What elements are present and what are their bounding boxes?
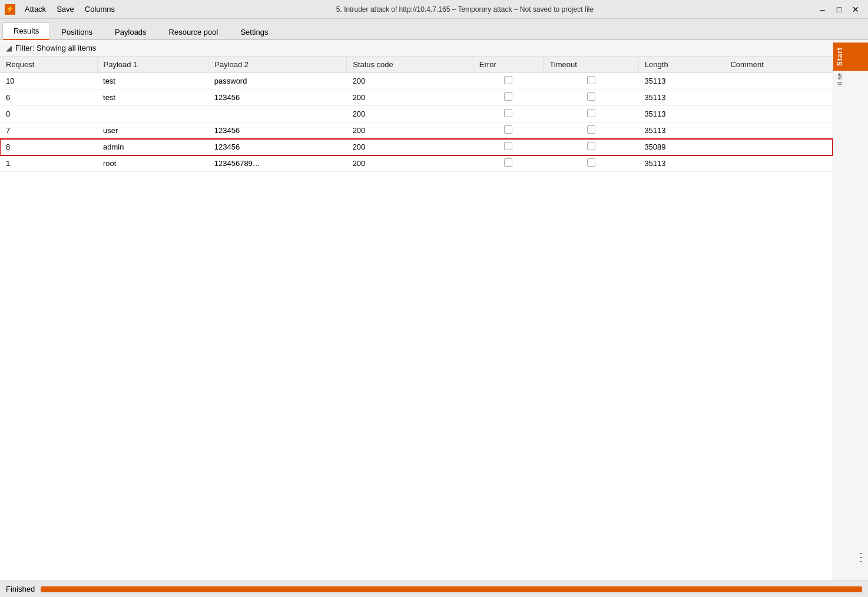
cell-payload2: 123456 bbox=[208, 139, 347, 155]
cell-length: 35113 bbox=[638, 106, 724, 122]
checkbox-icon[interactable] bbox=[587, 76, 595, 84]
menu-save[interactable]: Save bbox=[52, 4, 79, 15]
checkbox-icon[interactable] bbox=[587, 92, 595, 101]
cell-timeout[interactable] bbox=[544, 155, 639, 172]
cell-length: 35089 bbox=[638, 139, 724, 155]
checkbox-icon[interactable] bbox=[504, 125, 512, 134]
cell-length: 35113 bbox=[638, 73, 724, 89]
cell-length: 35113 bbox=[638, 155, 724, 172]
cell-timeout[interactable] bbox=[544, 73, 639, 89]
table-row[interactable]: 7user12345620035113 bbox=[0, 122, 833, 139]
cell-error[interactable] bbox=[473, 139, 543, 155]
cell-payload1: admin bbox=[97, 139, 208, 155]
table-row[interactable]: 6test12345620035113 bbox=[0, 89, 833, 106]
checkbox-icon[interactable] bbox=[504, 92, 512, 101]
menu-attack[interactable]: Attack bbox=[20, 4, 51, 15]
filter-icon: ◢ bbox=[6, 44, 12, 52]
progress-bar-fill bbox=[41, 586, 862, 592]
checkbox-icon[interactable] bbox=[587, 109, 595, 117]
window-title: 5. Intruder attack of http://10.4.7.165 … bbox=[120, 5, 810, 14]
checkbox-icon[interactable] bbox=[587, 125, 595, 134]
cell-comment bbox=[724, 73, 833, 89]
table-row[interactable]: 1root123456789…20035113 bbox=[0, 155, 833, 172]
cell-payload1: test bbox=[97, 89, 208, 106]
results-panel: ◢ Filter: Showing all items Request Payl… bbox=[0, 40, 833, 581]
cell-comment bbox=[724, 155, 833, 172]
cell-timeout[interactable] bbox=[544, 139, 639, 155]
results-table-wrapper[interactable]: Request Payload 1 Payload 2 Status code … bbox=[0, 57, 833, 581]
tab-settings[interactable]: Settings bbox=[229, 24, 279, 40]
maximize-button[interactable]: □ bbox=[831, 3, 847, 16]
filter-bar[interactable]: ◢ Filter: Showing all items bbox=[0, 40, 833, 57]
title-bar: ⚡ Attack Save Columns 5. Intruder attack… bbox=[0, 0, 868, 19]
progress-bar bbox=[41, 586, 862, 592]
checkbox-icon[interactable] bbox=[504, 76, 512, 84]
cell-payload1: root bbox=[97, 155, 208, 172]
cell-error[interactable] bbox=[473, 106, 543, 122]
checkbox-icon[interactable] bbox=[504, 142, 512, 150]
col-status-code: Status code bbox=[347, 57, 473, 73]
col-request: Request bbox=[0, 57, 97, 73]
results-table: Request Payload 1 Payload 2 Status code … bbox=[0, 57, 833, 172]
cell-length: 35113 bbox=[638, 89, 724, 106]
cell-status: 200 bbox=[347, 139, 473, 155]
col-length: Length bbox=[638, 57, 724, 73]
cell-comment bbox=[724, 89, 833, 106]
cell-payload2: 123456 bbox=[208, 122, 347, 139]
cell-timeout[interactable] bbox=[544, 106, 639, 122]
cell-comment bbox=[724, 122, 833, 139]
menu-columns[interactable]: Columns bbox=[80, 4, 120, 15]
checkbox-icon[interactable] bbox=[587, 142, 595, 150]
tab-payloads[interactable]: Payloads bbox=[104, 24, 157, 40]
col-timeout: Timeout bbox=[544, 57, 639, 73]
more-options-button[interactable]: ⋮ bbox=[855, 551, 866, 563]
cell-status: 200 bbox=[347, 122, 473, 139]
minimize-button[interactable]: – bbox=[815, 3, 830, 16]
cell-timeout[interactable] bbox=[544, 89, 639, 106]
cell-request: 8 bbox=[0, 139, 97, 155]
cell-error[interactable] bbox=[473, 89, 543, 106]
app-icon: ⚡ bbox=[5, 4, 15, 15]
table-row[interactable]: 10testpassword20035113 bbox=[0, 73, 833, 89]
cell-request: 6 bbox=[0, 89, 97, 106]
cell-payload1 bbox=[97, 106, 208, 122]
cell-request: 10 bbox=[0, 73, 97, 89]
close-button[interactable]: ✕ bbox=[848, 3, 863, 16]
checkbox-icon[interactable] bbox=[504, 109, 512, 117]
cell-status: 200 bbox=[347, 73, 473, 89]
cell-comment bbox=[724, 106, 833, 122]
right-sidebar: Start d se bbox=[833, 40, 868, 581]
col-payload2: Payload 2 bbox=[208, 57, 347, 73]
window-controls: – □ ✕ bbox=[815, 3, 863, 16]
col-comment: Comment bbox=[724, 57, 833, 73]
cell-request: 0 bbox=[0, 106, 97, 122]
cell-status: 200 bbox=[347, 155, 473, 172]
cell-timeout[interactable] bbox=[544, 122, 639, 139]
tab-resource-pool[interactable]: Resource pool bbox=[158, 24, 230, 40]
cell-comment bbox=[724, 139, 833, 155]
tab-positions[interactable]: Positions bbox=[50, 24, 104, 40]
cell-payload2: 123456 bbox=[208, 89, 347, 106]
status-label: Finished bbox=[6, 585, 35, 593]
tab-results[interactable]: Results bbox=[2, 22, 50, 40]
checkbox-icon[interactable] bbox=[587, 158, 595, 167]
cell-status: 200 bbox=[347, 106, 473, 122]
cell-payload1: test bbox=[97, 73, 208, 89]
table-row[interactable]: 8admin12345620035089 bbox=[0, 139, 833, 155]
cell-error[interactable] bbox=[473, 73, 543, 89]
start-attack-button[interactable]: Start bbox=[833, 42, 868, 71]
col-payload1: Payload 1 bbox=[97, 57, 208, 73]
menu-bar: Attack Save Columns bbox=[20, 4, 120, 15]
main-content: ◢ Filter: Showing all items Request Payl… bbox=[0, 40, 868, 581]
cell-payload1: user bbox=[97, 122, 208, 139]
cell-error[interactable] bbox=[473, 122, 543, 139]
tab-bar: Results Positions Payloads Resource pool… bbox=[0, 19, 868, 40]
cell-request: 7 bbox=[0, 122, 97, 139]
checkbox-icon[interactable] bbox=[504, 158, 512, 167]
cell-error[interactable] bbox=[473, 155, 543, 172]
cell-payload2: 123456789… bbox=[208, 155, 347, 172]
cell-payload2 bbox=[208, 106, 347, 122]
cell-payload2: password bbox=[208, 73, 347, 89]
sidebar-sub-text: d se bbox=[833, 71, 845, 88]
table-row[interactable]: 020035113 bbox=[0, 106, 833, 122]
